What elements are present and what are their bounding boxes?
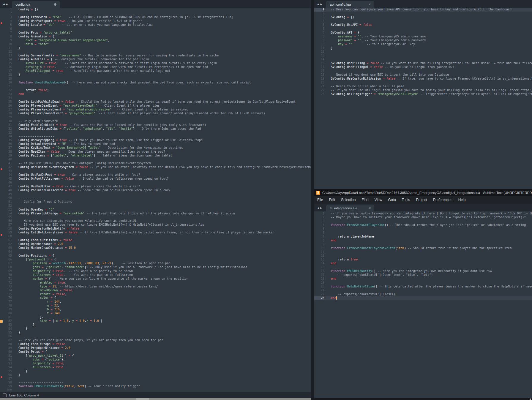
code-line[interactable]: 97 xyxy=(0,377,311,381)
code-line[interactable]: 6 xyxy=(314,27,532,31)
code-line[interactable]: 20function HelpNotifyClose() -- This get… xyxy=(314,285,532,289)
code-line[interactable]: 47Config.UsePadInCar = true -- Can a pla… xyxy=(0,185,311,189)
code-line[interactable]: 40 xyxy=(0,158,311,162)
code-line[interactable]: 51-- Config for Props & Poitions xyxy=(0,200,311,204)
code-line[interactable]: 82 size = { x = 1.0, y = 1.0,z = 1.0 } xyxy=(0,319,311,323)
code-line[interactable]: 2-- Maybe you have to initiate your fram… xyxy=(314,216,532,219)
code-line[interactable]: 22 -- exports['okokTextUI']:Close() xyxy=(314,293,532,296)
code-line[interactable]: 64 xyxy=(0,250,311,254)
code-line[interactable]: 83 } xyxy=(0,323,311,327)
code-line[interactable]: 98------------------------- xyxy=(0,381,311,385)
arrow-left-icon[interactable]: ◀ xyxy=(317,3,320,6)
code-line[interactable]: 18} xyxy=(0,73,311,77)
code-line[interactable]: 15 xyxy=(314,265,532,269)
code-line[interactable]: 6 xyxy=(314,231,532,235)
code-line[interactable]: 20function ShouldPadBeLocked() -- Here y… xyxy=(0,81,311,85)
code-line[interactable]: 7 return playerJobName xyxy=(314,235,532,239)
code-line[interactable]: 24 xyxy=(0,96,311,100)
code-line[interactable]: 21 xyxy=(314,289,532,293)
code-line[interactable]: 29 xyxy=(0,116,311,119)
code-line[interactable]: 12 xyxy=(0,50,311,54)
code-line[interactable]: 81 }, xyxy=(0,315,311,319)
menu-item-tools[interactable]: Tools xyxy=(399,196,413,204)
title-bar[interactable]: S C:\Users\Jay\AppData\Local\Temp\Rar$DR… xyxy=(314,189,532,196)
code-line[interactable]: 18-- Needed if you dont use ESX to inser… xyxy=(314,73,532,77)
code-line[interactable]: 13 xyxy=(314,54,532,58)
status-square-icon[interactable] xyxy=(3,393,7,397)
code-line[interactable]: 55 xyxy=(0,215,311,219)
code-line[interactable]: 84 } xyxy=(0,327,311,331)
code-line[interactable]: 19 xyxy=(314,281,532,285)
code-line[interactable]: 38Config.NeedItem = false -- Does the pl… xyxy=(0,150,311,154)
code-line[interactable]: 28Config.PlayerSpawnedEvent = "playerSpa… xyxy=(0,112,311,116)
arrow-left-icon[interactable]: ◀ xyxy=(3,3,6,6)
code-line[interactable]: 21-- Needs to be called when a bill is p… xyxy=(314,85,532,88)
code-line[interactable]: 46 xyxy=(0,181,311,185)
code-line[interactable]: 31Config.EnableJobLock = true -- You wan… xyxy=(0,123,311,127)
code-line[interactable]: 54Config.PlayerJobChange = "esx:setJob" … xyxy=(0,212,311,216)
code-line[interactable]: 17 xyxy=(314,69,532,73)
code-line[interactable]: 18end xyxy=(314,277,532,281)
code-line[interactable]: 15SVConfig.UseBilling = false -- Do you … xyxy=(314,61,532,65)
tab-history-arrows[interactable]: ◀▶ xyxy=(0,3,12,8)
code-line[interactable]: 61Config.EnablePositions = false xyxy=(0,238,311,242)
arrow-left-icon[interactable]: ◀ xyxy=(317,207,320,209)
code-line[interactable]: 53Config.OpenKey = "E" xyxy=(0,208,311,212)
code-line[interactable]: 3Config.Framework = "ESX" -- ESX, QBCORE… xyxy=(0,15,311,19)
code-line[interactable]: 74 moveUpDown = false, xyxy=(0,289,311,293)
code-line[interactable]: 15 AutoFillPW = true, -- Saves the users… xyxy=(0,61,311,65)
code-line[interactable]: 92 jobs = {"police"}, xyxy=(0,358,311,362)
code-line[interactable]: 100 xyxy=(0,388,311,390)
code-line[interactable]: 77 r = 144, xyxy=(0,300,311,304)
code-line[interactable]: 2 xyxy=(314,12,532,15)
code-line[interactable]: 9 password = "", -- Your EmergencyOS adm… xyxy=(314,39,532,42)
code-line[interactable]: 2 xyxy=(0,12,311,15)
code-line[interactable]: 30-- Only with Framework xyxy=(0,119,311,123)
code-line[interactable]: 87-- Here you can configure some props, … xyxy=(0,339,311,342)
code-line[interactable]: 41-- If you use QBCORE you have to Confi… xyxy=(0,162,311,165)
code-line[interactable]: 16 AutoLogin = true, -- Automaticly logi… xyxy=(0,65,311,69)
code-line[interactable]: 45Config.OnFootFullscreen = false -- Sho… xyxy=(0,177,311,181)
code-line[interactable]: 68 jobs = {"police", "ambulance"}, -- On… xyxy=(0,265,311,269)
horizontal-scrollbar[interactable] xyxy=(0,398,311,400)
code-line[interactable]: 12 xyxy=(314,50,532,54)
code-line[interactable]: 66 ['poition01'] = { xyxy=(0,258,311,262)
editor-api-config-lua[interactable]: 1-- Here you can configure you Fivem API… xyxy=(314,8,532,189)
code-line[interactable]: 79 b = 216, xyxy=(0,308,311,312)
code-line[interactable]: 50-------------- xyxy=(0,196,311,200)
menu-item-project[interactable]: Project xyxy=(413,196,430,204)
code-line[interactable]: 13 return true xyxy=(314,258,532,262)
code-line[interactable]: 93 helpnotify = true, xyxy=(0,362,311,366)
menu-item-preferences[interactable]: Preferences xyxy=(430,196,455,204)
code-line[interactable]: 21 xyxy=(0,85,311,88)
code-line[interactable]: 8 username = "", -- Your EmergencyOS adm… xyxy=(314,35,532,39)
code-line[interactable]: 10function FrameworkDoesPlayerHaveItem(i… xyxy=(314,246,532,250)
code-line[interactable]: 16function EMOSHelpNotify() -- Here you … xyxy=(314,269,532,273)
code-line[interactable]: 44Config.UsePadOnFoot = true -- Can a pl… xyxy=(0,173,311,177)
code-line[interactable]: 91 ['prop_park_ticket_01'] = { xyxy=(0,354,311,358)
code-line[interactable]: 6 xyxy=(0,27,311,31)
code-line[interactable]: 26Config.PlayerDeadEvent = "esx:onPlayer… xyxy=(0,104,311,108)
code-line[interactable]: 23SVConfig.BillingTrigger = "EmergencyOS… xyxy=(314,92,532,96)
code-line[interactable]: 71 marker = { -- Here you can configure … xyxy=(0,277,311,281)
code-line[interactable]: 14end xyxy=(314,262,532,265)
code-line[interactable]: 3SVConfig = {} xyxy=(314,15,532,19)
code-line[interactable]: 42Config.UseCustomInventorySystem = fals… xyxy=(0,165,311,169)
menu-item-edit[interactable]: Edit xyxy=(326,196,338,204)
tab-api-config-lua[interactable]: api_config.lua × xyxy=(326,1,374,8)
code-line[interactable]: 12 xyxy=(314,254,532,258)
code-line[interactable]: 89Config.PropOpenDistance = 2.0 xyxy=(0,346,311,350)
code-line[interactable]: 19SVConfig.UseCustomBillAssign = false -… xyxy=(314,77,532,81)
code-line[interactable]: 27Config.PlayerReviveEvent = "esx_ambula… xyxy=(0,108,311,112)
code-line[interactable]: 52 xyxy=(0,204,311,208)
code-line[interactable]: 4Config.UseEsxExport = true -- Do you us… xyxy=(0,19,311,23)
code-line[interactable]: 34-------------------- xyxy=(0,135,311,138)
code-line[interactable]: 96} xyxy=(0,373,311,377)
code-line[interactable]: 78 g = 22, xyxy=(0,304,311,308)
scrollbar-thumb[interactable] xyxy=(136,398,149,400)
code-line[interactable]: 88Config.EnableProps = false xyxy=(0,342,311,346)
code-line[interactable]: 10 anim = "base" xyxy=(0,42,311,46)
arrow-right-icon[interactable]: ▶ xyxy=(320,207,323,209)
code-line[interactable]: 19 xyxy=(0,77,311,81)
code-line[interactable]: 1-- If you use a custom Framework you ca… xyxy=(314,212,532,216)
